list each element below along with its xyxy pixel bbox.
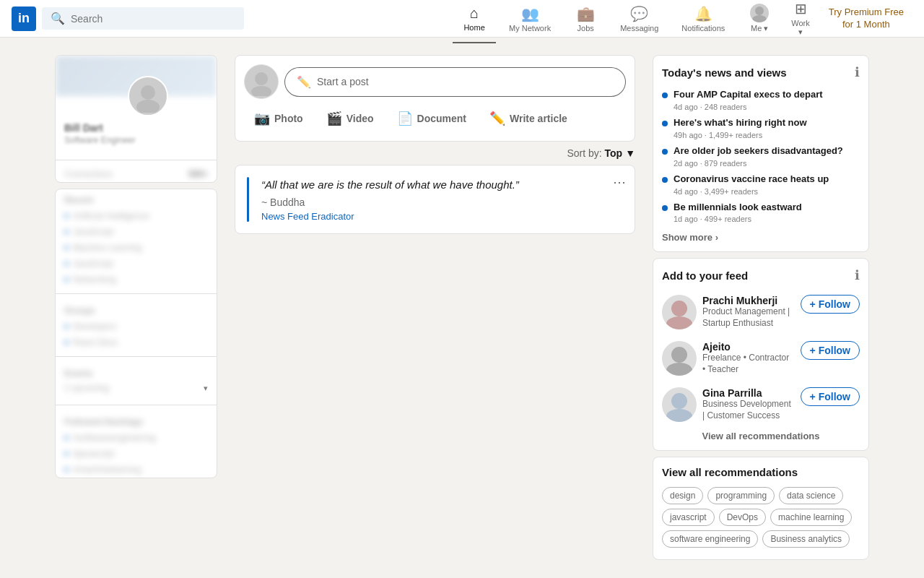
- feed-person-2: Ajeito Freelance • Contractor • Teacher …: [662, 335, 860, 381]
- feed-info-1: Prachi Mukherji Product Management | Sta…: [702, 295, 795, 329]
- nav-avatar-item[interactable]: Me ▾: [738, 0, 781, 38]
- sidebar-item-recent-5[interactable]: Networking: [56, 272, 217, 288]
- recent-section-title: Recent: [56, 189, 217, 208]
- add-feed-info-icon[interactable]: ℹ: [855, 267, 860, 283]
- article-button[interactable]: ✏️ Write article: [479, 105, 578, 132]
- sort-top-button[interactable]: Top ▼: [605, 147, 635, 159]
- dot-icon: [64, 452, 69, 456]
- photo-button[interactable]: 📷 Photo: [244, 105, 313, 132]
- nav-work[interactable]: ⊞ Work ▾: [784, 0, 816, 41]
- post-composer: ✏️ Start a post 📷 Photo 🎬 Video 📄 Docume…: [235, 55, 635, 142]
- follow-button-1[interactable]: + Follow: [801, 295, 860, 314]
- connections-value: 500+: [188, 169, 208, 179]
- tag-design[interactable]: design: [662, 487, 703, 504]
- news-content-2: Here's what's hiring right now 49h ago ·…: [674, 117, 807, 139]
- svg-point-3: [136, 100, 160, 113]
- recent-item-1-label: Artificial Intelligence: [73, 211, 149, 221]
- follow-button-3[interactable]: + Follow: [801, 387, 860, 406]
- network-icon: 👥: [521, 5, 539, 22]
- nav-links: ⌂ Home 👥 My Network 💼 Jobs 💬 Messaging 🔔…: [453, 0, 912, 41]
- news-meta-5: 1d ago · 499+ readers: [674, 215, 802, 223]
- search-input[interactable]: [71, 13, 235, 25]
- news-item-2[interactable]: Here's what's hiring right now 49h ago ·…: [662, 114, 860, 142]
- news-dot-3: [662, 149, 668, 155]
- profile-name: Bill Dart: [64, 122, 208, 134]
- document-label: Document: [417, 113, 466, 124]
- info-icon[interactable]: ℹ: [855, 64, 860, 80]
- recent-item-3-label: Machine Learning: [73, 243, 141, 253]
- nav-notifications[interactable]: 🔔 Notifications: [671, 1, 735, 37]
- sidebar-item-group-2[interactable]: React Devs: [56, 335, 217, 350]
- news-title-4: Coronavirus vaccine race heats up: [674, 173, 829, 186]
- tag-software-engineering[interactable]: software engineering: [662, 530, 758, 548]
- tag-business-analytics[interactable]: Business analytics: [762, 530, 850, 548]
- nav-jobs[interactable]: 💼 Jobs: [564, 1, 607, 37]
- tag-data-science[interactable]: data science: [779, 487, 843, 504]
- news-meta-2: 49h ago · 1,499+ readers: [674, 131, 807, 139]
- events-expand[interactable]: ▾: [204, 384, 208, 393]
- view-all-recommendations-link[interactable]: View all recommendations: [662, 431, 860, 441]
- news-item-1[interactable]: Four AMP Capital execs to depart 4d ago …: [662, 86, 860, 114]
- nav-jobs-label: Jobs: [578, 24, 594, 33]
- nav-messaging[interactable]: 💬 Messaging: [610, 1, 668, 37]
- video-button[interactable]: 🎬 Video: [316, 105, 384, 132]
- post-menu-icon[interactable]: ⋯: [613, 174, 626, 190]
- feed-info-2: Ajeito Freelance • Contractor • Teacher: [702, 341, 795, 375]
- sidebar-item-recent-3[interactable]: Machine Learning: [56, 240, 217, 256]
- events-value: 2 upcoming: [64, 383, 109, 393]
- messaging-icon: 💬: [630, 5, 648, 22]
- search-icon: 🔍: [51, 12, 65, 25]
- premium-sublabel: for 1 Month: [842, 19, 890, 30]
- news-card-title: Today's news and views: [662, 66, 787, 79]
- photo-label: Photo: [274, 113, 303, 124]
- nav-network[interactable]: 👥 My Network: [499, 1, 561, 37]
- sidebar-item-recent-2[interactable]: JavaScript: [56, 224, 217, 240]
- main-feed: ✏️ Start a post 📷 Photo 🎬 Video 📄 Docume…: [235, 55, 635, 566]
- tag-programming[interactable]: programming: [707, 487, 775, 504]
- news-content-5: Be millennials look eastward 1d ago · 49…: [674, 202, 802, 224]
- svg-point-0: [755, 7, 764, 15]
- sidebar-item-recent-4[interactable]: JavaScript: [56, 256, 217, 272]
- news-title-2: Here's what's hiring right now: [674, 117, 807, 129]
- connections-stat[interactable]: Connections 500+: [56, 166, 217, 182]
- sidebar-hashtag-1[interactable]: #softwareengineering: [56, 430, 217, 446]
- sidebar-hashtag-2[interactable]: #javascript: [56, 446, 217, 462]
- linkedin-logo[interactable]: in: [12, 7, 36, 31]
- news-dot-1: [662, 92, 668, 98]
- premium-button[interactable]: Try Premium Free for 1 Month: [820, 2, 912, 35]
- tag-devops[interactable]: DevOps: [719, 509, 766, 526]
- svg-point-8: [671, 347, 687, 363]
- sidebar-hashtag-3[interactable]: #machinelearning: [56, 462, 217, 478]
- connections-label: Connections: [64, 169, 113, 179]
- tag-machine-learning[interactable]: machine learning: [770, 509, 852, 526]
- news-item-5[interactable]: Be millennials look eastward 1d ago · 49…: [662, 199, 860, 227]
- show-more-news-button[interactable]: Show more ›: [662, 232, 860, 243]
- sidebar-item-recent-1[interactable]: Artificial Intelligence: [56, 208, 217, 224]
- sidebar-item-group-1[interactable]: Developers: [56, 319, 217, 335]
- tag-javascript[interactable]: javascript: [662, 509, 715, 526]
- composer-actions: 📷 Photo 🎬 Video 📄 Document ✏️ Write arti…: [244, 105, 626, 132]
- document-button[interactable]: 📄 Document: [387, 105, 476, 132]
- follow-button-2[interactable]: + Follow: [801, 341, 860, 360]
- news-item-3[interactable]: Are older job seekers disadvantaged? 2d …: [662, 142, 860, 171]
- composer-avatar: [244, 64, 279, 99]
- recent-item-5-label: Networking: [73, 275, 116, 285]
- tags-card: View all recommendations design programm…: [653, 457, 869, 560]
- search-bar[interactable]: 🔍: [42, 7, 244, 30]
- news-dot-5: [662, 205, 668, 211]
- quote-source-link[interactable]: News Feed Eradicator: [261, 211, 623, 222]
- add-to-feed-title: Add to your feed: [662, 269, 748, 282]
- dot-icon: [64, 230, 69, 234]
- navbar: in 🔍 ⌂ Home 👥 My Network 💼 Jobs 💬 Messag…: [0, 0, 924, 38]
- dot-icon: [64, 214, 69, 218]
- news-item-4[interactable]: Coronavirus vaccine race heats up 4d ago…: [662, 171, 860, 199]
- edit-icon: ✏️: [297, 75, 311, 89]
- recent-item-4-label: JavaScript: [73, 259, 113, 269]
- feed-name-1: Prachi Mukherji: [702, 295, 795, 306]
- feed-info-3: Gina Parrilla Business Development | Cus…: [702, 387, 795, 421]
- nav-home[interactable]: ⌂ Home: [453, 1, 496, 36]
- nav-me-label: Me ▾: [751, 24, 768, 33]
- recent-item-2-label: JavaScript: [73, 227, 113, 237]
- start-post-button[interactable]: ✏️ Start a post: [284, 67, 626, 97]
- article-label: Write article: [510, 113, 567, 124]
